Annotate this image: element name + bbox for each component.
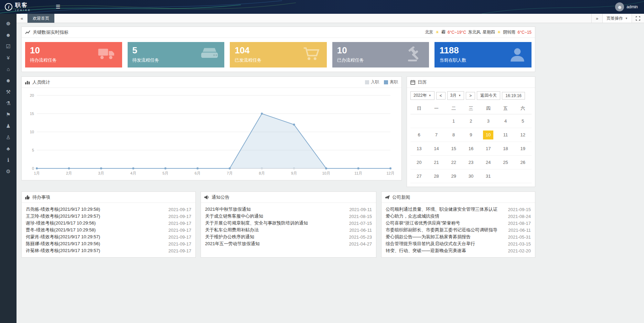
list-item[interactable]: 公司顺利通过质量、环境、职业健康安全管理三体系认证2021-09-15 (386, 206, 531, 213)
sidebar-item-approvals[interactable]: ☑ (0, 41, 17, 52)
calendar-day-23[interactable]: 23 (462, 156, 480, 169)
fullscreen-button[interactable] (632, 14, 644, 23)
legend-item-离职[interactable]: 离职 (384, 79, 398, 85)
list-item[interactable]: 爱心捐款公告——为装卸工杨家青募捐报告2021-05-31 (386, 233, 531, 240)
sidebar-item-training[interactable]: ⚑ (0, 109, 17, 120)
calendar-day-26[interactable]: 26 (514, 156, 532, 169)
stat-card-user[interactable]: 1188 当前在职人数 (434, 42, 532, 67)
user-avatar[interactable]: ☻ (615, 2, 624, 11)
calendar-day-14[interactable]: 14 (428, 142, 445, 156)
sidebar-item-profile[interactable]: ♙ (0, 132, 17, 143)
tab-operations-dropdown[interactable]: 页签操作 ▼ (602, 14, 632, 23)
calendar-day-21[interactable]: 21 (428, 156, 445, 169)
list-item[interactable]: 吕尧栋-绩效考核(2021/9/17 10:29:58)2021-09-17 (26, 206, 191, 213)
list-item-text[interactable]: 转变、行动、突破——迎新晚会完美谢幕 (386, 248, 466, 254)
calendar-day-22[interactable]: 22 (445, 156, 462, 169)
list-item-text[interactable]: 何蒙肖-绩效考核(2021/9/17 10:29:57) (26, 234, 100, 240)
list-item-text[interactable]: 爱心助力，众志成城抗疫情 (386, 213, 439, 219)
list-item-text[interactable]: 关于维护办公秩序的通知 (205, 234, 254, 240)
tab-home[interactable]: 欢迎首页 (28, 14, 54, 23)
list-item-text[interactable]: 2021年五一劳动节放假通知 (205, 241, 260, 247)
list-item[interactable]: 谢珍-绩效考核(2021/9/17 10:29:56)2021-09-17 (26, 220, 191, 227)
calendar-day-19[interactable]: 19 (514, 142, 532, 156)
list-item[interactable]: 关于维护办公秩序的通知2021-05-23 (205, 233, 372, 240)
list-item-text[interactable]: 许菊林-绩效考核(2021/9/17 10:29:57) (26, 248, 100, 254)
sidebar-item-team[interactable]: ☻ (0, 75, 17, 86)
list-item-text[interactable]: 王卫玲-绩效考核(2021/9/17 10:29:57) (26, 213, 100, 219)
scroll-tabs-left-button[interactable]: « (17, 14, 28, 23)
list-item[interactable]: 2021年五一劳动节放假通知2021-04-27 (205, 240, 372, 247)
calendar-day-28[interactable]: 28 (428, 169, 445, 183)
sidebar-item-resources[interactable]: ♣ (0, 143, 17, 154)
sidebar-item-work[interactable]: ⚒ (0, 86, 17, 97)
calendar-day-17[interactable]: 17 (480, 142, 497, 156)
sidebar-item-salary[interactable]: ¥ (0, 52, 17, 63)
stat-card-hdd[interactable]: 5 待发流程任务 (128, 42, 225, 67)
calendar-day-3[interactable]: 3 (480, 114, 497, 128)
legend-item-入职[interactable]: 入职 (365, 79, 379, 85)
scroll-tabs-right-button[interactable]: » (591, 14, 602, 23)
calendar-day-31[interactable]: 31 (480, 169, 497, 183)
list-item[interactable]: 关于开展公司规章制度、安全与事故预防培训的通知2021-07-15 (205, 220, 372, 227)
calendar-day-15[interactable]: 15 (445, 142, 462, 156)
prev-month-button[interactable]: < (436, 92, 446, 100)
menu-toggle-icon[interactable]: ☰ (56, 4, 60, 10)
list-item-text[interactable]: 吕尧栋-绩效考核(2021/9/17 10:29:58) (26, 206, 100, 212)
list-item[interactable]: 曹冬-绩效考核(2021/9/17 10:29:58)2021-09-17 (26, 227, 191, 233)
list-item[interactable]: 爱心助力，众志成城抗疫情2021-08-24 (386, 213, 531, 220)
list-item-text[interactable]: 综合管理提升项目签约及启动仪式在天台举行 (386, 241, 475, 247)
list-item[interactable]: 综合管理提升项目签约及启动仪式在天台举行2021-03-15 (386, 240, 531, 247)
calendar-day-6[interactable]: 6 (410, 128, 428, 142)
list-item-text[interactable]: 市委组织部副部长、市委两新工委书记莅临公司调研指导 (386, 227, 497, 233)
list-item-text[interactable]: 曹冬-绩效考核(2021/9/17 10:29:58) (26, 227, 96, 233)
list-item-text[interactable]: 公司顺利通过质量、环境、职业健康安全管理三体系认证 (386, 206, 497, 212)
calendar-day-30[interactable]: 30 (462, 169, 480, 183)
calendar-day-2[interactable]: 2 (462, 114, 480, 128)
list-item[interactable]: 许菊林-绩效考核(2021/9/17 10:29:57)2021-09-17 (26, 247, 191, 254)
calendar-day-25[interactable]: 25 (497, 156, 514, 169)
calendar-day-7[interactable]: 7 (428, 128, 445, 142)
list-item[interactable]: 关于成立销售客服中心的通知2021-08-15 (205, 213, 372, 220)
list-item-text[interactable]: 谢珍-绩效考核(2021/9/17 10:29:56) (26, 220, 96, 226)
list-item[interactable]: 王卫玲-绩效考核(2021/9/17 10:29:57)2021-09-17 (26, 213, 191, 220)
sidebar-item-employees[interactable]: ☻ (0, 29, 17, 41)
calendar-day-24[interactable]: 24 (480, 156, 497, 169)
month-select[interactable]: 3月 ▼ (447, 91, 464, 100)
sidebar-item-info[interactable]: ℹ (0, 154, 17, 166)
sidebar-item-performance[interactable]: ⚗ (0, 97, 17, 109)
stat-card-cart[interactable]: 104 已发流程任务 (230, 42, 327, 67)
calendar-day-10[interactable]: 10 (480, 128, 497, 142)
year-select[interactable]: 2022年 ▼ (410, 91, 434, 100)
stat-card-gavel[interactable]: 10 已办流程任务 (332, 42, 429, 67)
list-item[interactable]: 关于私车公用费用补贴办法2021-06-11 (205, 227, 372, 233)
list-item[interactable]: 转变、行动、突破——迎新晚会完美谢幕2021-02-20 (386, 247, 531, 254)
sidebar-item-dashboard[interactable]: ☸ (0, 18, 17, 29)
sidebar-item-organization[interactable]: ⌂ (0, 63, 17, 75)
stat-card-truck[interactable]: 10 待办流程任务 (25, 42, 122, 67)
calendar-day-20[interactable]: 20 (410, 156, 428, 169)
calendar-day-13[interactable]: 13 (410, 142, 428, 156)
list-item[interactable]: 何蒙肖-绩效考核(2021/9/17 10:29:57)2021-09-17 (26, 233, 191, 240)
calendar-day-27[interactable]: 27 (410, 169, 428, 183)
list-item[interactable]: 2021年中秋节放假通知2021-09-11 (205, 206, 372, 213)
calendar-day-16[interactable]: 16 (462, 142, 480, 156)
list-item[interactable]: 公司喜获“浙江省优秀供应商”荣誉称号2021-08-17 (386, 220, 531, 227)
calendar-day-8[interactable]: 8 (445, 128, 462, 142)
next-month-button[interactable]: > (466, 92, 475, 100)
back-to-today-button[interactable]: 返回今天 (477, 91, 500, 100)
list-item-text[interactable]: 2021年中秋节放假通知 (205, 206, 251, 212)
calendar-day-11[interactable]: 11 (497, 128, 514, 142)
list-item-text[interactable]: 公司喜获“浙江省优秀供应商”荣誉称号 (386, 220, 460, 226)
list-item-text[interactable]: 爱心捐款公告——为装卸工杨家青募捐报告 (386, 234, 471, 240)
calendar-day-18[interactable]: 18 (497, 142, 514, 156)
calendar-day-5[interactable]: 5 (514, 114, 532, 128)
list-item-text[interactable]: 关于成立销售客服中心的通知 (205, 213, 263, 219)
app-logo[interactable]: i 职客 IZHIKE (0, 2, 52, 11)
list-item[interactable]: 市委组织部副部长、市委两新工委书记莅临公司调研指导2021-06-11 (386, 227, 531, 233)
username-label[interactable]: admin (626, 4, 638, 9)
calendar-day-29[interactable]: 29 (445, 169, 462, 183)
calendar-day-9[interactable]: 9 (462, 128, 480, 142)
list-item-text[interactable]: 关于开展公司规章制度、安全与事故预防培训的通知 (205, 220, 308, 226)
sidebar-item-settings[interactable]: ⚙ (0, 166, 17, 177)
calendar-day-12[interactable]: 12 (514, 128, 532, 142)
